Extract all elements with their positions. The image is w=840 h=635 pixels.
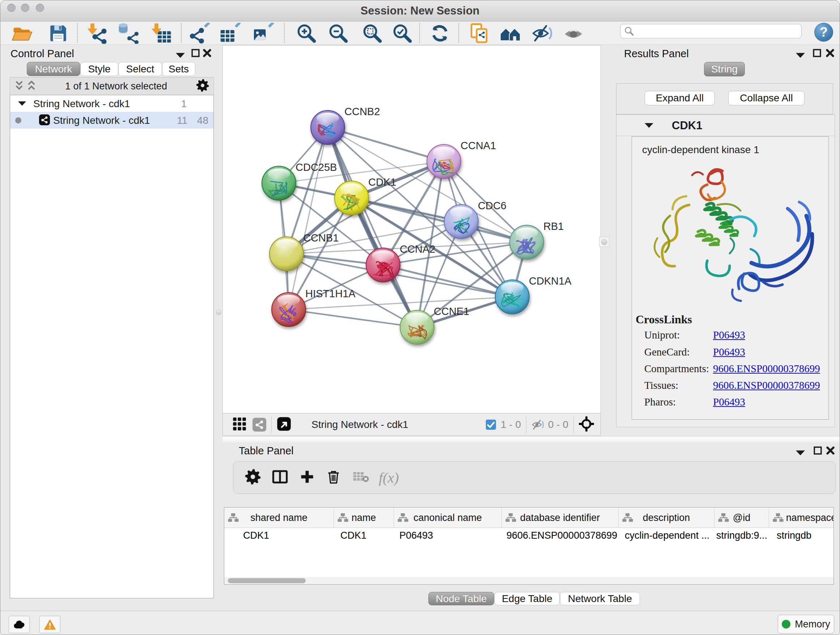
graph-node-HIST1H1A[interactable]: HIST1H1A bbox=[272, 288, 355, 326]
graph-node-CCNB2[interactable]: CCNB2 bbox=[311, 106, 380, 144]
zoom-out-button[interactable] bbox=[327, 22, 349, 44]
grid-icon bbox=[232, 416, 248, 432]
divider bbox=[526, 416, 526, 433]
export-image-button[interactable] bbox=[253, 22, 274, 44]
column-header--id[interactable]: @id bbox=[714, 508, 769, 528]
column-header-name[interactable]: name bbox=[334, 508, 394, 528]
tab-select[interactable]: Select bbox=[118, 62, 162, 76]
import-table-from-file-button[interactable] bbox=[150, 22, 172, 44]
show-all-button[interactable] bbox=[563, 22, 585, 44]
column-header-namespace[interactable]: namespace bbox=[769, 508, 834, 528]
open-file-button[interactable] bbox=[11, 22, 33, 44]
column-header-shared-name[interactable]: shared name bbox=[224, 508, 334, 528]
detach-view-button[interactable] bbox=[277, 417, 291, 432]
results-panel-close-button[interactable] bbox=[824, 48, 836, 58]
crosslink-link[interactable]: P06493 bbox=[713, 346, 745, 358]
graph-node-CCNA1[interactable]: CCNA1 bbox=[427, 140, 496, 179]
save-session-button[interactable] bbox=[47, 22, 69, 44]
table-cell[interactable]: stringdb bbox=[777, 530, 812, 541]
network-view-toolbar: String Network - cdk1 1 - 0 0 - 0 bbox=[223, 413, 601, 436]
table-cell[interactable]: 9606.ENSP00000378699 bbox=[507, 530, 617, 541]
tab-network[interactable]: Network bbox=[27, 62, 80, 76]
import-network-from-file-button[interactable] bbox=[87, 22, 108, 44]
tab-style[interactable]: Style bbox=[80, 62, 118, 76]
hidden-indicator bbox=[531, 419, 545, 430]
zoom-in-button[interactable] bbox=[295, 22, 317, 44]
hide-selected-icon bbox=[532, 23, 553, 44]
refresh-button[interactable] bbox=[429, 22, 451, 44]
table-cell[interactable]: P06493 bbox=[399, 530, 433, 541]
share-icon bbox=[255, 420, 264, 429]
table-cell[interactable]: cyclin-dependent ... bbox=[625, 530, 709, 541]
table-cell[interactable]: CDK1 bbox=[340, 530, 366, 541]
memory-button[interactable]: Memory bbox=[778, 615, 834, 633]
control-panel-close-button[interactable] bbox=[201, 48, 213, 58]
crosslink-link[interactable]: 9606.ENSP00000378699 bbox=[713, 379, 820, 391]
zoom-in-icon bbox=[296, 23, 317, 44]
tab-string[interactable]: String bbox=[704, 62, 745, 76]
network-tree-child-row[interactable]: String Network - cdk1 11 48 bbox=[10, 112, 213, 128]
search-input[interactable] bbox=[634, 25, 793, 37]
fit-selected-button[interactable] bbox=[579, 416, 594, 433]
expand-all-networks-button[interactable] bbox=[27, 80, 36, 92]
column-header-database-identifier[interactable]: database identifier bbox=[502, 508, 619, 528]
tree-expand-icon bbox=[18, 101, 26, 106]
splitter-handle-right[interactable] bbox=[599, 237, 609, 247]
crosslink-link[interactable]: P06493 bbox=[713, 396, 745, 408]
tab-node-table[interactable]: Node Table bbox=[428, 592, 494, 605]
table-panel-menu-button[interactable] bbox=[794, 447, 806, 458]
first-neighbors-button[interactable] bbox=[500, 22, 522, 44]
import-network-from-database-button[interactable] bbox=[118, 22, 139, 44]
results-panel-float-button[interactable] bbox=[811, 48, 823, 58]
show-grid-button[interactable] bbox=[232, 416, 248, 433]
hide-selected-button[interactable] bbox=[532, 22, 554, 44]
protein-section-header[interactable]: CDK1 bbox=[616, 115, 835, 136]
eye-slash-icon bbox=[531, 419, 545, 430]
crosslink-link[interactable]: P06493 bbox=[713, 329, 745, 341]
table-panel-float-button[interactable] bbox=[812, 445, 824, 456]
function-builder-button[interactable]: f(x) bbox=[379, 469, 399, 486]
expand-all-button[interactable]: Expand All bbox=[645, 91, 715, 105]
results-panel-menu-button[interactable] bbox=[794, 50, 806, 60]
graph-node-CDK1[interactable]: CDK1 bbox=[335, 176, 396, 215]
control-panel-menu-button[interactable] bbox=[174, 50, 186, 60]
collapse-all-networks-button[interactable] bbox=[14, 80, 24, 92]
birds-eye-view-button[interactable] bbox=[253, 418, 266, 432]
zoom-fit-button[interactable] bbox=[362, 22, 383, 44]
svg-text:CDKN1A: CDKN1A bbox=[529, 275, 572, 287]
export-network-button[interactable] bbox=[188, 22, 210, 44]
scrollbar-thumb[interactable] bbox=[228, 578, 306, 583]
tab-edge-table[interactable]: Edge Table bbox=[494, 592, 560, 605]
network-tree-root-row[interactable]: String Network - cdk1 1 bbox=[10, 95, 213, 112]
split-columns-button[interactable] bbox=[272, 469, 288, 486]
delete-column-button[interactable] bbox=[326, 469, 341, 486]
network-list-options-button[interactable] bbox=[196, 79, 209, 93]
network-canvas[interactable]: CCNB2CCNA1CDC25BCDK1CDC6RB1CCNB1CCNA2CDK… bbox=[223, 45, 601, 413]
warnings-button[interactable] bbox=[39, 616, 60, 633]
column-header-description[interactable]: description bbox=[619, 508, 714, 528]
tab-network-table[interactable]: Network Table bbox=[560, 592, 640, 605]
delete-table-button[interactable] bbox=[353, 470, 369, 485]
control-panel-float-button[interactable] bbox=[189, 48, 202, 58]
collapse-all-button[interactable]: Collapse All bbox=[728, 91, 805, 105]
add-column-button[interactable] bbox=[299, 469, 315, 486]
search-box[interactable] bbox=[620, 24, 802, 38]
help-button[interactable]: ? bbox=[814, 23, 833, 42]
clone-network-button[interactable] bbox=[469, 22, 490, 44]
graph-node-RB1[interactable]: RB1 bbox=[510, 220, 564, 259]
cloud-status-button[interactable] bbox=[9, 616, 30, 633]
column-header-canonical-name[interactable]: canonical name bbox=[394, 508, 502, 528]
crosslink-link[interactable]: 9606.ENSP00000378699 bbox=[713, 363, 820, 375]
table-horizontal-scrollbar[interactable] bbox=[224, 577, 834, 584]
table-settings-button[interactable] bbox=[245, 469, 261, 486]
graph-node-CDKN1A[interactable]: CDKN1A bbox=[495, 275, 572, 314]
zoom-selected-button[interactable] bbox=[392, 22, 413, 44]
table-cell[interactable]: stringdb:9... bbox=[716, 530, 767, 541]
table-cell[interactable]: CDK1 bbox=[243, 530, 269, 541]
graph-node-CCNE1[interactable]: CCNE1 bbox=[400, 306, 469, 344]
table-panel-close-button[interactable] bbox=[824, 445, 836, 456]
tab-sets[interactable]: Sets bbox=[162, 62, 195, 76]
show-all-icon bbox=[564, 23, 584, 44]
splitter-handle-left[interactable] bbox=[215, 307, 223, 317]
export-table-button[interactable] bbox=[219, 22, 241, 44]
